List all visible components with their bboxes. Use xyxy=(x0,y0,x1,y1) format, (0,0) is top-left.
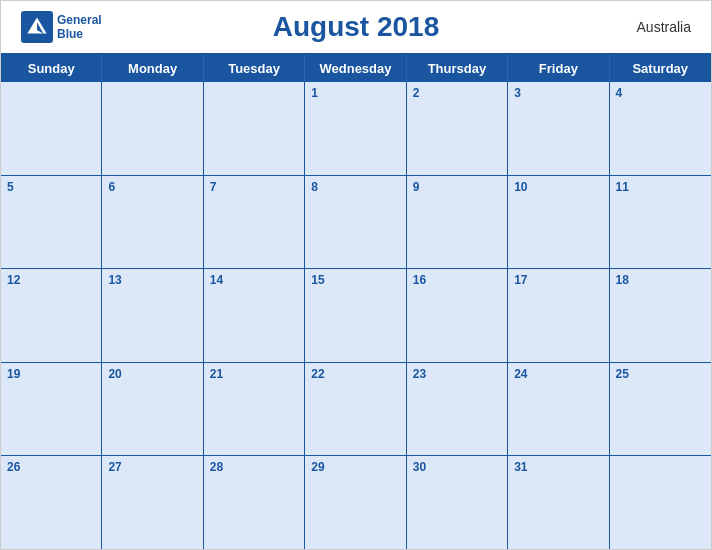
calendar-weeks: 1 2 3 4 5 6 7 8 9 10 11 12 13 14 15 16 xyxy=(1,82,711,549)
day-cell xyxy=(610,456,711,549)
day-cell: 21 xyxy=(204,363,305,456)
calendar-container: General Blue August 2018 Australia Sunda… xyxy=(0,0,712,550)
week-row: 19 20 21 22 23 24 25 xyxy=(1,363,711,457)
day-cell: 9 xyxy=(407,176,508,269)
day-header-sunday: Sunday xyxy=(1,55,102,82)
country-label: Australia xyxy=(637,19,691,35)
calendar-header: General Blue August 2018 Australia xyxy=(1,1,711,53)
calendar-title: August 2018 xyxy=(273,11,440,43)
day-cell: 27 xyxy=(102,456,203,549)
day-cell: 18 xyxy=(610,269,711,362)
week-row: 5 6 7 8 9 10 11 xyxy=(1,176,711,270)
day-cell: 19 xyxy=(1,363,102,456)
day-cell xyxy=(102,82,203,175)
days-header: Sunday Monday Tuesday Wednesday Thursday… xyxy=(1,55,711,82)
day-cell: 10 xyxy=(508,176,609,269)
day-cell: 17 xyxy=(508,269,609,362)
day-header-thursday: Thursday xyxy=(407,55,508,82)
logo-text: General Blue xyxy=(57,13,102,42)
logo: General Blue xyxy=(21,11,102,43)
day-header-monday: Monday xyxy=(102,55,203,82)
day-cell: 23 xyxy=(407,363,508,456)
day-header-friday: Friday xyxy=(508,55,609,82)
day-cell: 31 xyxy=(508,456,609,549)
day-cell: 14 xyxy=(204,269,305,362)
day-cell: 1 xyxy=(305,82,406,175)
week-row: 12 13 14 15 16 17 18 xyxy=(1,269,711,363)
week-row: 1 2 3 4 xyxy=(1,82,711,176)
day-cell: 16 xyxy=(407,269,508,362)
day-cell: 28 xyxy=(204,456,305,549)
day-cell: 20 xyxy=(102,363,203,456)
day-cell: 6 xyxy=(102,176,203,269)
day-header-wednesday: Wednesday xyxy=(305,55,406,82)
day-cell: 29 xyxy=(305,456,406,549)
day-cell: 15 xyxy=(305,269,406,362)
day-cell xyxy=(204,82,305,175)
day-cell: 11 xyxy=(610,176,711,269)
day-header-saturday: Saturday xyxy=(610,55,711,82)
day-cell: 26 xyxy=(1,456,102,549)
day-cell: 8 xyxy=(305,176,406,269)
day-cell: 3 xyxy=(508,82,609,175)
week-row: 26 27 28 29 30 31 xyxy=(1,456,711,549)
day-cell: 13 xyxy=(102,269,203,362)
day-cell: 22 xyxy=(305,363,406,456)
day-cell: 25 xyxy=(610,363,711,456)
day-header-tuesday: Tuesday xyxy=(204,55,305,82)
calendar-grid: Sunday Monday Tuesday Wednesday Thursday… xyxy=(1,53,711,549)
day-cell: 12 xyxy=(1,269,102,362)
day-cell: 24 xyxy=(508,363,609,456)
day-cell xyxy=(1,82,102,175)
day-cell: 30 xyxy=(407,456,508,549)
day-cell: 7 xyxy=(204,176,305,269)
day-cell: 4 xyxy=(610,82,711,175)
day-cell: 2 xyxy=(407,82,508,175)
day-cell: 5 xyxy=(1,176,102,269)
